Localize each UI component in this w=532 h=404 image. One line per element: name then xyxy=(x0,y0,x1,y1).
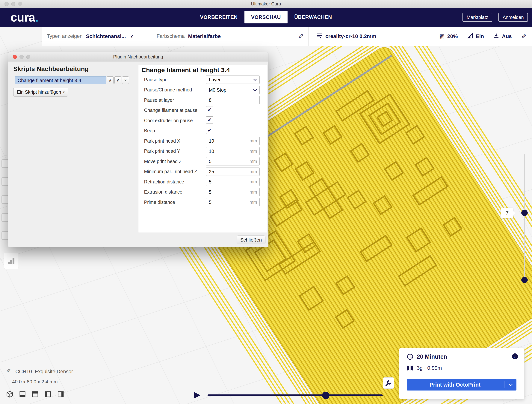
stairs-chart-icon xyxy=(7,257,15,265)
support-value: Ein xyxy=(476,33,484,39)
field-label: Move print head Z xyxy=(144,159,206,164)
field-label: Change filament at pause xyxy=(144,108,206,113)
support-chip[interactable]: Ein xyxy=(467,33,484,40)
print-job-card: 20 Minuten i 3g · 0.99m Print with OctoP… xyxy=(399,348,525,399)
script-list-row: Change filament at height 3.4 ∧ ∨ × xyxy=(15,77,129,84)
unit-label: mm xyxy=(249,137,257,145)
field-label: Beep xyxy=(144,128,206,133)
print-with-octoprint-button[interactable]: Print with OctoPrint xyxy=(407,379,516,391)
support-blocker-tool[interactable] xyxy=(4,253,19,269)
print-button-label: Print with OctoPrint xyxy=(407,379,503,391)
chevron-down-icon[interactable] xyxy=(509,382,513,386)
color-scheme-label: Farbschema xyxy=(157,33,185,39)
rename-pencil-icon[interactable]: ✎ xyxy=(6,368,11,374)
unit-label: mm xyxy=(249,157,257,166)
scripts-heading: Skripts Nachbearbeitung xyxy=(13,65,89,72)
adhesion-chip[interactable]: Aus xyxy=(493,33,512,40)
layer-slider-lower-handle[interactable] xyxy=(521,277,528,283)
layer-slider-track[interactable] xyxy=(524,154,525,283)
info-icon[interactable]: i xyxy=(512,353,518,359)
settings-heading: Change filament at height 3.4 xyxy=(141,66,230,74)
tab-vorschau[interactable]: VORSCHAU xyxy=(244,11,288,23)
field-label: Park print head Y xyxy=(144,148,206,154)
add-script-button[interactable]: Ein Skript hinzufügen ▾ xyxy=(13,88,68,96)
field-row-park-y: Park print head Y 10mm xyxy=(139,146,267,156)
print-time: 20 Minuten xyxy=(417,353,447,360)
close-dialog-button[interactable]: Schließen xyxy=(237,236,266,244)
print-settings-adjust-button[interactable] xyxy=(383,377,394,389)
edit-print-settings-pencil-icon[interactable]: ✎ xyxy=(521,33,526,40)
view-3d-icon[interactable] xyxy=(6,390,14,398)
field-row-park-x: Park print head X 10mm xyxy=(139,136,267,146)
field-row-pause-at-layer: Pause at layer 8 xyxy=(139,95,267,105)
unit-label: mm xyxy=(249,188,257,196)
marketplace-button[interactable]: Marktplatz xyxy=(462,13,492,22)
view-top-icon[interactable] xyxy=(31,390,39,398)
field-label: Retraction distance xyxy=(144,179,206,185)
view-type-selector[interactable]: Typen anzeigen Schichtenansi... ‹ xyxy=(42,27,154,46)
view-type-value[interactable]: Schichtenansi... xyxy=(86,33,126,39)
path-slider-track[interactable] xyxy=(208,394,383,396)
dialog-titlebar: Plugin Nachbearbeitung xyxy=(8,52,268,61)
pause-at-layer-input[interactable]: 8 xyxy=(206,96,260,104)
path-slider-handle[interactable] xyxy=(322,392,329,399)
color-scheme-selector[interactable]: Farbschema Materialfarbe ✎ xyxy=(154,27,308,46)
app-header: cura. VORBEREITEN VORSCHAU ÜBERWACHEN Ma… xyxy=(0,8,532,27)
remove-script-button[interactable]: × xyxy=(122,77,129,84)
field-label: Minimum par...rint head Z xyxy=(144,169,206,174)
dropdown-triangle-icon: ▾ xyxy=(63,90,65,94)
field-row-pause-type: Pause type Layer xyxy=(139,75,267,85)
clock-icon xyxy=(407,353,413,360)
infill-chip[interactable]: ▨ 20% xyxy=(439,33,458,39)
field-row-retraction: Retraction distance 5mm xyxy=(139,177,267,187)
view-left-icon[interactable] xyxy=(44,390,52,398)
field-row-pause-method: Pause/Change method M0 Stop xyxy=(139,85,267,95)
unit-label: mm xyxy=(249,147,257,155)
cool-extruder-checkbox[interactable]: ✔ xyxy=(206,116,213,123)
printer-profile-icon xyxy=(316,33,322,40)
print-settings-summary[interactable]: creality-cr-10 0.2mm ▨ 20% Ein Aus ✎ xyxy=(309,27,532,46)
tab-vorbereiten[interactable]: VORBEREITEN xyxy=(193,11,244,23)
play-button[interactable]: ▶ xyxy=(194,390,200,399)
pause-type-select[interactable]: Layer xyxy=(206,76,260,84)
logo-dot-icon: . xyxy=(35,11,38,24)
script-settings-panel: Change filament at height 3.4 Pause type… xyxy=(138,65,267,233)
view-front-icon[interactable] xyxy=(18,390,27,398)
collapse-chevron-icon[interactable]: ‹ xyxy=(131,33,133,39)
field-row-prime: Prime distance 5mm xyxy=(139,197,267,207)
field-label: Cool extruder on pause xyxy=(144,118,206,123)
model-name: CCR10_Exquisite Densor xyxy=(15,369,73,375)
button-divider xyxy=(504,381,505,388)
dialog-title: Plugin Nachbearbeitung xyxy=(8,52,268,61)
color-scheme-value[interactable]: Materialfarbe xyxy=(188,33,221,39)
wrench-icon xyxy=(385,379,392,387)
edit-pencil-icon[interactable]: ✎ xyxy=(298,33,304,40)
field-label: Pause at layer xyxy=(144,97,206,103)
view-toolbar: Typen anzeigen Schichtenansi... ‹ Farbsc… xyxy=(42,27,532,46)
printer-profile-value[interactable]: creality-cr-10 0.2mm xyxy=(325,33,376,39)
window-title: Ultimaker Cura xyxy=(0,0,532,8)
view-right-icon[interactable] xyxy=(57,390,65,398)
field-row-move-z: Move print head Z 5mm xyxy=(139,156,267,167)
beep-checkbox[interactable]: ✔ xyxy=(206,127,213,134)
adhesion-value: Aus xyxy=(502,33,512,39)
field-row-extrusion: Extrusion distance 5mm xyxy=(139,187,267,197)
adhesion-icon xyxy=(493,33,499,40)
layer-slider-upper-handle[interactable] xyxy=(521,210,528,216)
material-icon xyxy=(407,365,413,371)
infill-icon: ▨ xyxy=(439,33,444,39)
move-script-up-button[interactable]: ∧ xyxy=(107,77,114,84)
infill-value: 20% xyxy=(447,33,458,39)
move-script-down-button[interactable]: ∨ xyxy=(114,77,121,84)
support-icon xyxy=(467,33,473,40)
field-label: Extrusion distance xyxy=(144,189,206,195)
tab-ueberwachen[interactable]: ÜBERWACHEN xyxy=(288,11,339,23)
window-titlebar: Ultimaker Cura xyxy=(0,0,532,8)
selected-script-item[interactable]: Change filament at height 3.4 xyxy=(15,77,106,84)
camera-view-presets xyxy=(6,390,65,398)
change-filament-checkbox[interactable]: ✔ xyxy=(206,106,213,113)
signin-button[interactable]: Anmelden xyxy=(499,13,528,22)
pause-method-select[interactable]: M0 Stop xyxy=(206,86,260,94)
field-row-minimum-z: Minimum par...rint head Z 25mm xyxy=(139,167,267,177)
unit-label: mm xyxy=(249,167,257,176)
